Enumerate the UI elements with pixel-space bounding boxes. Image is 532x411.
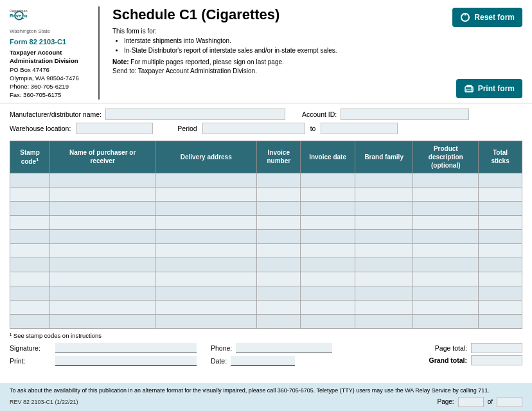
table-cell[interactable] — [479, 187, 522, 201]
table-cell[interactable] — [257, 173, 301, 187]
table-cell[interactable] — [10, 258, 50, 272]
phone-input[interactable] — [236, 343, 332, 353]
table-cell[interactable] — [10, 229, 50, 243]
warehouse-input[interactable] — [76, 123, 153, 134]
table-cell[interactable] — [50, 187, 155, 201]
table-cell[interactable] — [10, 215, 50, 229]
table-cell[interactable] — [413, 286, 479, 300]
period-from-input[interactable] — [202, 123, 305, 134]
signature-input[interactable] — [55, 343, 197, 353]
table-cell[interactable] — [257, 272, 301, 286]
table-cell[interactable] — [301, 215, 355, 229]
table-cell[interactable] — [50, 286, 155, 300]
table-cell[interactable] — [50, 201, 155, 215]
table-cell[interactable] — [355, 272, 412, 286]
table-cell[interactable] — [257, 258, 301, 272]
table-cell[interactable] — [257, 201, 301, 215]
account-id-input[interactable] — [341, 109, 469, 120]
table-cell[interactable] — [301, 286, 355, 300]
table-cell[interactable] — [301, 229, 355, 243]
period-to-input[interactable] — [321, 123, 398, 134]
table-cell[interactable] — [257, 300, 301, 314]
table-cell[interactable] — [413, 215, 479, 229]
table-cell[interactable] — [413, 243, 479, 258]
table-cell[interactable] — [155, 215, 257, 229]
table-cell[interactable] — [479, 215, 522, 229]
table-cell[interactable] — [355, 215, 412, 229]
page-total-pages-input[interactable] — [497, 397, 522, 407]
table-cell[interactable] — [413, 314, 479, 328]
table-cell[interactable] — [50, 272, 155, 286]
table-cell[interactable] — [355, 300, 412, 314]
table-cell[interactable] — [50, 300, 155, 314]
table-cell[interactable] — [155, 201, 257, 215]
table-cell[interactable] — [10, 272, 50, 286]
table-cell[interactable] — [301, 243, 355, 258]
print-name-input[interactable] — [55, 356, 197, 366]
table-cell[interactable] — [155, 187, 257, 201]
table-cell[interactable] — [355, 173, 412, 187]
table-cell[interactable] — [413, 173, 479, 187]
table-cell[interactable] — [355, 258, 412, 272]
table-cell[interactable] — [155, 300, 257, 314]
table-cell[interactable] — [413, 258, 479, 272]
table-cell[interactable] — [355, 314, 412, 328]
table-cell[interactable] — [155, 272, 257, 286]
table-cell[interactable] — [10, 201, 50, 215]
table-cell[interactable] — [479, 286, 522, 300]
table-cell[interactable] — [257, 314, 301, 328]
table-cell[interactable] — [257, 286, 301, 300]
table-cell[interactable] — [479, 201, 522, 215]
table-cell[interactable] — [301, 272, 355, 286]
table-cell[interactable] — [301, 201, 355, 215]
table-cell[interactable] — [413, 229, 479, 243]
print-form-button[interactable]: Print form — [456, 79, 522, 98]
grand-total-input[interactable] — [471, 355, 522, 365]
table-cell[interactable] — [155, 229, 257, 243]
table-cell[interactable] — [10, 173, 50, 187]
table-cell[interactable] — [355, 286, 412, 300]
table-cell[interactable] — [50, 229, 155, 243]
table-cell[interactable] — [257, 215, 301, 229]
table-cell[interactable] — [10, 286, 50, 300]
table-cell[interactable] — [413, 272, 479, 286]
table-cell[interactable] — [50, 314, 155, 328]
table-cell[interactable] — [257, 243, 301, 258]
table-cell[interactable] — [301, 314, 355, 328]
table-cell[interactable] — [155, 243, 257, 258]
table-cell[interactable] — [10, 314, 50, 328]
table-cell[interactable] — [257, 229, 301, 243]
table-cell[interactable] — [413, 300, 479, 314]
table-cell[interactable] — [10, 243, 50, 258]
table-cell[interactable] — [50, 173, 155, 187]
table-cell[interactable] — [479, 258, 522, 272]
page-total-input[interactable] — [471, 343, 522, 353]
table-cell[interactable] — [413, 187, 479, 201]
table-cell[interactable] — [413, 201, 479, 215]
table-cell[interactable] — [10, 187, 50, 201]
table-cell[interactable] — [50, 243, 155, 258]
table-cell[interactable] — [479, 300, 522, 314]
table-cell[interactable] — [479, 243, 522, 258]
table-cell[interactable] — [479, 314, 522, 328]
table-cell[interactable] — [301, 300, 355, 314]
table-cell[interactable] — [301, 173, 355, 187]
table-cell[interactable] — [355, 201, 412, 215]
table-cell[interactable] — [155, 314, 257, 328]
table-cell[interactable] — [355, 243, 412, 258]
table-cell[interactable] — [257, 187, 301, 201]
table-cell[interactable] — [155, 286, 257, 300]
table-cell[interactable] — [355, 187, 412, 201]
table-cell[interactable] — [479, 272, 522, 286]
table-cell[interactable] — [301, 187, 355, 201]
table-cell[interactable] — [50, 215, 155, 229]
table-cell[interactable] — [479, 173, 522, 187]
table-cell[interactable] — [10, 300, 50, 314]
table-cell[interactable] — [155, 173, 257, 187]
table-cell[interactable] — [355, 229, 412, 243]
table-cell[interactable] — [301, 258, 355, 272]
date-input[interactable] — [231, 356, 295, 366]
table-cell[interactable] — [155, 258, 257, 272]
reset-form-button[interactable]: Reset form — [452, 8, 522, 27]
manufacturer-input[interactable] — [105, 109, 285, 120]
